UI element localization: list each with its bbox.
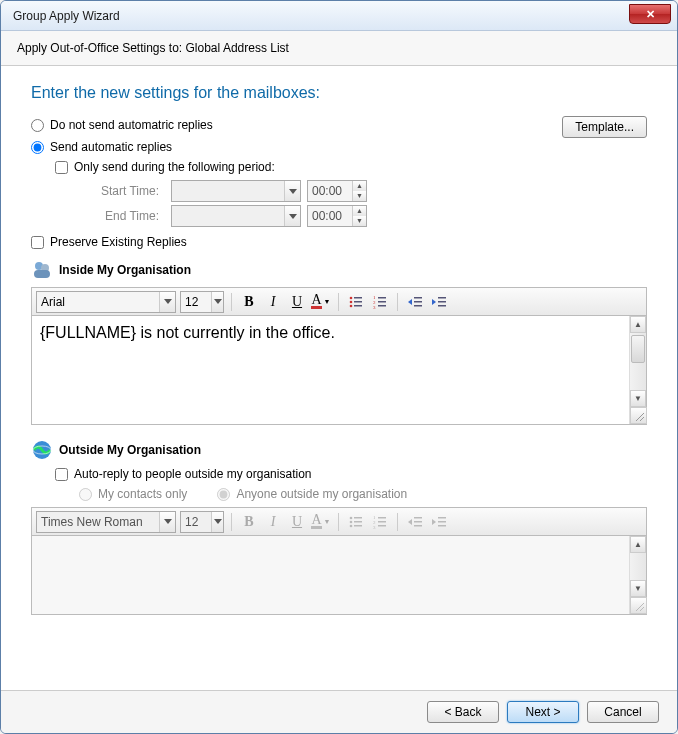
outside-title: Outside My Organisation bbox=[59, 443, 201, 457]
svg-rect-4 bbox=[354, 297, 362, 299]
scroll-up-icon[interactable]: ▲ bbox=[630, 316, 646, 333]
chevron-down-icon bbox=[214, 519, 222, 524]
inside-size-combo[interactable] bbox=[180, 291, 224, 313]
start-date-dropdown[interactable] bbox=[284, 181, 300, 201]
chevron-down-icon bbox=[289, 189, 297, 194]
start-date-input[interactable] bbox=[172, 181, 284, 201]
outside-autoreply-checkbox[interactable] bbox=[55, 468, 68, 481]
italic-button[interactable]: I bbox=[263, 512, 283, 532]
spin-down-icon[interactable]: ▼ bbox=[353, 191, 366, 201]
italic-button[interactable]: I bbox=[263, 292, 283, 312]
radio-send-auto-label: Send automatic replies bbox=[50, 140, 172, 154]
close-button[interactable]: ✕ bbox=[629, 4, 671, 24]
scroll-up-icon[interactable]: ▲ bbox=[630, 536, 646, 553]
spin-down-icon[interactable]: ▼ bbox=[353, 216, 366, 226]
radio-contacts-only-row[interactable]: My contacts only bbox=[79, 487, 187, 501]
underline-button[interactable]: U bbox=[287, 292, 307, 312]
svg-line-23 bbox=[636, 413, 644, 421]
outside-editor[interactable]: ▲ ▼ bbox=[31, 535, 647, 615]
svg-line-47 bbox=[636, 603, 644, 611]
preserve-checkbox[interactable] bbox=[31, 236, 44, 249]
numbered-list-button[interactable]: 123 bbox=[370, 292, 390, 312]
inside-editor[interactable]: ▲ ▼ bbox=[31, 315, 647, 425]
inside-size-input[interactable] bbox=[181, 292, 211, 312]
end-time-label: End Time: bbox=[79, 209, 159, 223]
font-color-button[interactable]: A ▼ bbox=[311, 292, 331, 312]
end-time-spinner[interactable]: ▲ ▼ bbox=[307, 205, 367, 227]
outside-autoreply-label: Auto-reply to people outside my organisa… bbox=[74, 467, 311, 481]
outdent-button[interactable] bbox=[405, 512, 425, 532]
start-time-spinner[interactable]: ▲ ▼ bbox=[307, 180, 367, 202]
next-button[interactable]: Next > bbox=[507, 701, 579, 723]
svg-rect-20 bbox=[438, 297, 446, 299]
bullet-list-button[interactable] bbox=[346, 512, 366, 532]
outside-size-combo[interactable] bbox=[180, 511, 224, 533]
outside-editor-textarea[interactable] bbox=[32, 536, 629, 614]
start-date-combo[interactable] bbox=[171, 180, 301, 202]
svg-rect-38 bbox=[378, 525, 386, 527]
svg-rect-16 bbox=[414, 297, 422, 299]
underline-button[interactable]: U bbox=[287, 512, 307, 532]
indent-button[interactable] bbox=[429, 512, 449, 532]
scroll-thumb[interactable] bbox=[631, 335, 645, 363]
inside-size-dropdown[interactable] bbox=[211, 292, 223, 312]
close-icon: ✕ bbox=[646, 8, 655, 21]
outside-autoreply-row[interactable]: Auto-reply to people outside my organisa… bbox=[55, 467, 647, 481]
radio-send-auto-row[interactable]: Send automatic replies bbox=[31, 140, 647, 154]
end-time-input[interactable] bbox=[308, 206, 352, 226]
scroll-down-icon[interactable]: ▼ bbox=[630, 580, 646, 597]
svg-rect-2 bbox=[34, 270, 50, 278]
spin-up-icon[interactable]: ▲ bbox=[353, 206, 366, 216]
svg-rect-8 bbox=[354, 305, 362, 307]
svg-marker-15 bbox=[408, 299, 412, 305]
svg-point-5 bbox=[350, 300, 353, 303]
bold-button[interactable]: B bbox=[239, 512, 259, 532]
end-date-dropdown[interactable] bbox=[284, 206, 300, 226]
inside-font-input[interactable] bbox=[37, 292, 159, 312]
inside-scrollbar[interactable]: ▲ ▼ bbox=[629, 316, 646, 424]
start-time-input[interactable] bbox=[308, 181, 352, 201]
radio-do-not-send-row[interactable]: Do not send automatric replies bbox=[31, 118, 647, 132]
radio-anyone[interactable] bbox=[217, 488, 230, 501]
only-send-period-row[interactable]: Only send during the following period: bbox=[55, 160, 647, 174]
bullet-list-button[interactable] bbox=[346, 292, 366, 312]
font-color-button[interactable]: A ▼ bbox=[311, 512, 331, 532]
outside-scope-radios: My contacts only Anyone outside my organ… bbox=[79, 487, 647, 501]
svg-point-31 bbox=[350, 524, 353, 527]
start-time-label: Start Time: bbox=[79, 184, 159, 198]
template-button[interactable]: Template... bbox=[562, 116, 647, 138]
svg-rect-12 bbox=[378, 301, 386, 303]
end-date-combo[interactable] bbox=[171, 205, 301, 227]
inside-title: Inside My Organisation bbox=[59, 263, 191, 277]
spin-up-icon[interactable]: ▲ bbox=[353, 181, 366, 191]
inside-font-dropdown[interactable] bbox=[159, 292, 175, 312]
indent-button[interactable] bbox=[429, 292, 449, 312]
svg-rect-36 bbox=[378, 521, 386, 523]
radio-anyone-row[interactable]: Anyone outside my organisation bbox=[217, 487, 407, 501]
outside-font-input[interactable] bbox=[37, 512, 159, 532]
scroll-down-icon[interactable]: ▼ bbox=[630, 390, 646, 407]
outside-scrollbar[interactable]: ▲ ▼ bbox=[629, 536, 646, 614]
inside-font-combo[interactable] bbox=[36, 291, 176, 313]
inside-editor-textarea[interactable] bbox=[32, 316, 629, 424]
outdent-button[interactable] bbox=[405, 292, 425, 312]
resize-grip-icon[interactable] bbox=[630, 597, 647, 614]
svg-rect-18 bbox=[414, 305, 422, 307]
end-date-input[interactable] bbox=[172, 206, 284, 226]
only-send-period-checkbox[interactable] bbox=[55, 161, 68, 174]
preserve-row[interactable]: Preserve Existing Replies bbox=[31, 235, 647, 249]
outside-font-combo[interactable] bbox=[36, 511, 176, 533]
time-grid: Start Time: ▲ ▼ End Time: bbox=[79, 180, 647, 227]
radio-do-not-send[interactable] bbox=[31, 119, 44, 132]
numbered-list-button[interactable]: 123 bbox=[370, 512, 390, 532]
bold-button[interactable]: B bbox=[239, 292, 259, 312]
outside-font-dropdown[interactable] bbox=[159, 512, 175, 532]
resize-grip-icon[interactable] bbox=[630, 407, 647, 424]
outside-size-input[interactable] bbox=[181, 512, 211, 532]
radio-contacts-only[interactable] bbox=[79, 488, 92, 501]
back-button[interactable]: < Back bbox=[427, 701, 499, 723]
cancel-button[interactable]: Cancel bbox=[587, 701, 659, 723]
svg-rect-34 bbox=[378, 517, 386, 519]
radio-send-auto[interactable] bbox=[31, 141, 44, 154]
outside-size-dropdown[interactable] bbox=[211, 512, 223, 532]
